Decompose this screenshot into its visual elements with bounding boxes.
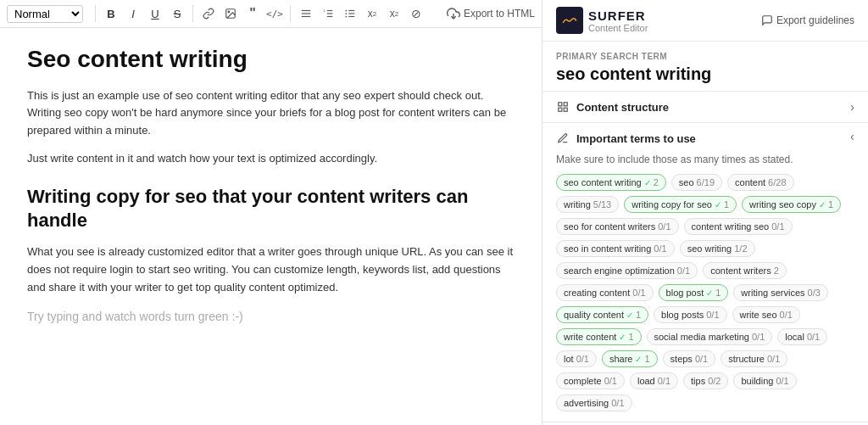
term-tag[interactable]: structure 0/1 bbox=[721, 350, 787, 367]
code-button[interactable]: </> bbox=[264, 3, 285, 24]
term-tag[interactable]: write seo 0/1 bbox=[732, 306, 800, 323]
tag-count: 1 bbox=[628, 332, 633, 342]
tag-label: steps bbox=[670, 354, 693, 364]
tag-count: 0/1 bbox=[604, 376, 617, 386]
subscript-button[interactable]: x2 bbox=[362, 3, 382, 24]
tag-count: 0/1 bbox=[576, 354, 589, 364]
tag-count: 0/3 bbox=[808, 288, 821, 298]
tag-check-icon: ✓ bbox=[715, 200, 721, 210]
link-button[interactable] bbox=[198, 3, 219, 24]
pencil-icon bbox=[556, 131, 570, 145]
strikethrough-button[interactable]: S bbox=[167, 3, 187, 24]
important-terms-header[interactable]: Important terms to use › bbox=[542, 123, 868, 154]
term-tag[interactable]: content writing seo 0/1 bbox=[684, 218, 793, 235]
term-tag[interactable]: seo in content writing 0/1 bbox=[556, 240, 675, 257]
editor-content[interactable]: Seo content writing This is just an exam… bbox=[0, 28, 542, 425]
tag-count: 0/1 bbox=[767, 354, 780, 364]
term-tag[interactable]: content 6/28 bbox=[727, 174, 794, 191]
tag-count: 2 bbox=[774, 266, 779, 276]
bold-button[interactable]: B bbox=[101, 3, 121, 24]
svg-rect-17 bbox=[559, 103, 562, 106]
term-tag[interactable]: seo content writing ✓ 2 bbox=[556, 174, 666, 191]
term-tag[interactable]: lot 0/1 bbox=[556, 350, 597, 367]
tag-check-icon: ✓ bbox=[619, 333, 626, 342]
tag-label: building bbox=[741, 376, 773, 386]
tag-count: 0/1 bbox=[677, 266, 690, 276]
format-select[interactable]: Normal Heading 1 Heading 2 Heading 3 bbox=[7, 5, 83, 23]
term-tag[interactable]: writing seo copy ✓ 1 bbox=[742, 196, 841, 213]
export-html-button[interactable]: Export to HTML bbox=[447, 7, 535, 20]
tag-count: 6/19 bbox=[697, 177, 715, 187]
export-html-label: Export to HTML bbox=[464, 8, 535, 20]
term-tag[interactable]: seo writing 1/2 bbox=[680, 240, 755, 257]
term-tag[interactable]: blog post ✓ 1 bbox=[659, 284, 729, 301]
terms-note: Make sure to include those as many times… bbox=[556, 154, 854, 165]
blockquote-button[interactable]: " bbox=[242, 3, 263, 24]
italic-button[interactable]: I bbox=[123, 3, 143, 24]
link-icon bbox=[203, 8, 214, 20]
toolbar-separator-1 bbox=[95, 5, 96, 22]
content-structure-header[interactable]: Content structure › bbox=[542, 92, 868, 122]
term-tag[interactable]: complete 0/1 bbox=[556, 372, 625, 389]
tag-label: advertising bbox=[564, 398, 609, 408]
unordered-list-icon bbox=[344, 8, 356, 20]
term-tag[interactable]: local 0/1 bbox=[777, 328, 827, 345]
typing-hint: Try typing and watch words turn green :-… bbox=[27, 310, 515, 323]
term-tag[interactable]: share ✓ 1 bbox=[602, 350, 658, 367]
content-structure-title: Content structure bbox=[556, 100, 669, 114]
tag-count: 0/1 bbox=[611, 398, 624, 408]
svg-point-12 bbox=[345, 10, 347, 12]
term-tag[interactable]: advertising 0/1 bbox=[556, 394, 632, 411]
image-button[interactable] bbox=[220, 3, 241, 24]
tag-label: tips bbox=[691, 376, 705, 386]
ordered-list-button[interactable]: 1. bbox=[318, 3, 338, 24]
unordered-list-button[interactable] bbox=[340, 3, 360, 24]
tag-label: seo bbox=[679, 177, 694, 187]
align-button[interactable] bbox=[296, 3, 316, 24]
tag-label: blog posts bbox=[661, 310, 704, 320]
tag-count: 1 bbox=[828, 199, 833, 210]
tag-label: quality content bbox=[564, 310, 624, 320]
toolbar-separator-2 bbox=[192, 5, 193, 22]
tag-label: write seo bbox=[740, 310, 777, 320]
superscript-button[interactable]: x2 bbox=[384, 3, 404, 24]
underline-button[interactable]: U bbox=[145, 3, 165, 24]
svg-point-14 bbox=[345, 16, 347, 18]
term-tag[interactable]: social media marketing 0/1 bbox=[647, 328, 773, 345]
term-tag[interactable]: search engine optimization 0/1 bbox=[556, 262, 698, 279]
term-tag[interactable]: steps 0/1 bbox=[663, 350, 716, 367]
tag-label: share bbox=[609, 354, 633, 364]
tag-check-icon: ✓ bbox=[644, 178, 651, 187]
svg-point-1 bbox=[228, 11, 230, 13]
content-structure-chevron: › bbox=[850, 100, 854, 114]
term-tag[interactable]: writing 5/13 bbox=[556, 196, 619, 213]
term-tag[interactable]: seo 6/19 bbox=[671, 174, 722, 191]
editor-panel: Normal Heading 1 Heading 2 Heading 3 B I… bbox=[0, 0, 542, 425]
term-tag[interactable]: quality content ✓ 1 bbox=[556, 306, 648, 323]
format-select-wrap: Normal Heading 1 Heading 2 Heading 3 bbox=[7, 5, 83, 23]
term-tag[interactable]: content writers 2 bbox=[703, 262, 787, 279]
clear-format-button[interactable]: ⊘ bbox=[406, 3, 426, 24]
important-terms-title: Important terms to use bbox=[556, 131, 696, 145]
export-guidelines-button[interactable]: Export guidelines bbox=[761, 14, 854, 26]
term-tag[interactable]: writing services 0/3 bbox=[733, 284, 827, 301]
svg-text:1.: 1. bbox=[323, 8, 326, 13]
image-icon bbox=[225, 8, 236, 20]
tag-check-icon: ✓ bbox=[706, 288, 713, 298]
term-tag[interactable]: tips 0/2 bbox=[683, 372, 728, 389]
tag-label: seo for content writers bbox=[564, 221, 655, 232]
terms-tags-container: seo content writing ✓ 2seo 6/19content 6… bbox=[556, 174, 854, 411]
tag-label: search engine optimization bbox=[564, 266, 675, 276]
term-tag[interactable]: building 0/1 bbox=[733, 372, 796, 389]
tag-label: blog post bbox=[666, 288, 704, 298]
guidelines-icon bbox=[761, 14, 773, 26]
term-tag[interactable]: blog posts 0/1 bbox=[654, 306, 726, 323]
term-tag[interactable]: creating content 0/1 bbox=[556, 284, 654, 301]
tag-label: complete bbox=[564, 376, 602, 386]
term-tag[interactable]: seo for content writers 0/1 bbox=[556, 218, 679, 235]
tag-label: content bbox=[735, 177, 765, 187]
term-tag[interactable]: load 0/1 bbox=[630, 372, 678, 389]
tag-count: 5/13 bbox=[593, 199, 611, 210]
term-tag[interactable]: write content ✓ 1 bbox=[556, 328, 642, 345]
term-tag[interactable]: writing copy for seo ✓ 1 bbox=[624, 196, 737, 213]
